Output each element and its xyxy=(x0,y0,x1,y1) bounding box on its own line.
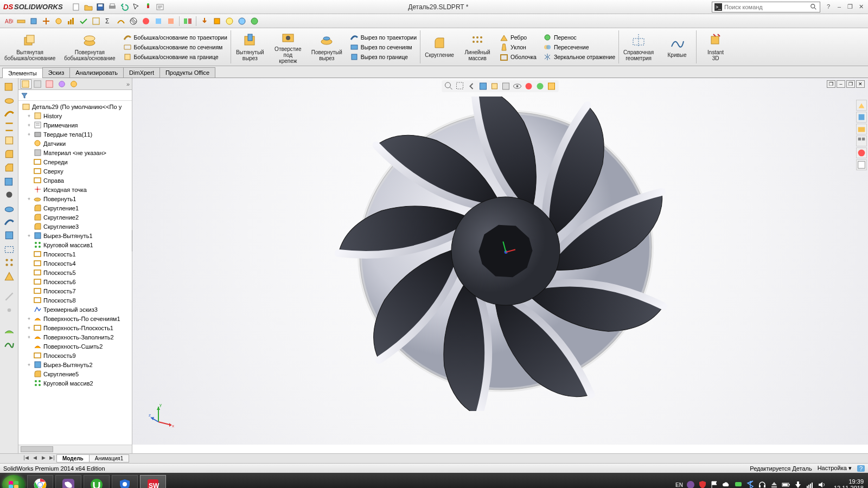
tree-item[interactable]: Исходная точка xyxy=(18,185,132,194)
curves-tool-icon[interactable] xyxy=(3,338,15,350)
boundary-cut-button[interactable]: Вырез по границе xyxy=(350,53,417,61)
tree-item[interactable]: +Вырез-Вытянуть1 xyxy=(18,231,132,240)
expand-icon[interactable]: + xyxy=(26,132,32,137)
linear-pattern-button[interactable]: Линейный массив xyxy=(458,28,496,66)
cutrevolve-icon[interactable] xyxy=(3,202,15,214)
tab-dimxpert[interactable]: DimXpert xyxy=(123,67,160,78)
tree-item[interactable]: Скругление1 xyxy=(18,203,132,213)
tree-item[interactable]: Плоскость7 xyxy=(18,286,132,296)
curves-button[interactable]: Кривые xyxy=(658,28,696,66)
tree-hscroll[interactable] xyxy=(18,445,132,453)
tree-item[interactable]: +Примечания xyxy=(18,120,132,130)
tray-cloud-icon[interactable] xyxy=(722,480,731,488)
expand-icon[interactable]: + xyxy=(26,335,32,340)
revolved-cut-button[interactable]: Повернутый вырез xyxy=(307,28,347,66)
resources-tab-icon[interactable] xyxy=(856,100,867,111)
tray-power-icon[interactable] xyxy=(794,480,802,488)
tray-wifi-icon[interactable] xyxy=(806,480,814,488)
tray-chat-icon[interactable] xyxy=(734,480,743,488)
tab-evaluate[interactable]: Анализировать xyxy=(69,67,124,78)
loft-boss-button[interactable]: Бобышка/основание по сечениям xyxy=(123,43,227,52)
scene-icon[interactable] xyxy=(535,81,545,91)
start-button[interactable] xyxy=(2,475,25,488)
tray-headset-icon[interactable] xyxy=(758,480,767,488)
rib-button[interactable]: Ребро xyxy=(500,33,537,42)
tray-volume-icon[interactable] xyxy=(818,480,826,488)
fillet-tool-icon[interactable] xyxy=(3,148,15,160)
fillet-button[interactable]: Скругление xyxy=(420,28,458,66)
tab-features[interactable]: Элементы xyxy=(2,68,43,78)
view-palette-tab-icon[interactable] xyxy=(856,136,867,146)
tree-item[interactable]: Плоскость4 xyxy=(18,259,132,268)
tree-item[interactable]: Спереди xyxy=(18,157,132,166)
rib-tool-icon[interactable] xyxy=(3,270,15,282)
close-button[interactable]: ✕ xyxy=(856,3,866,11)
view-triad-icon[interactable]: x y z xyxy=(149,401,176,428)
tab-nav-last-icon[interactable]: ▶| xyxy=(48,455,56,463)
display-style-icon[interactable] xyxy=(501,81,511,91)
section-view-icon[interactable] xyxy=(478,81,488,91)
tree-item[interactable]: +Поверхность-Заполнить2 xyxy=(18,332,132,342)
zebra-icon[interactable] xyxy=(128,16,139,27)
tree-item[interactable]: Материал <не указан> xyxy=(18,148,132,157)
surface-tool-icon[interactable] xyxy=(3,325,15,337)
tree-item[interactable]: +Твердые тела(11) xyxy=(18,130,132,139)
tray-shield-icon[interactable] xyxy=(698,480,707,488)
tab-nav-prev-icon[interactable]: ◀ xyxy=(30,455,39,463)
dimxpert-tab-icon[interactable] xyxy=(56,79,67,89)
dfmxpress-icon[interactable] xyxy=(237,16,247,27)
scrollbar-thumb[interactable] xyxy=(21,446,53,452)
compare-icon[interactable] xyxy=(182,16,193,27)
floxpress-icon[interactable] xyxy=(224,16,235,27)
cutloft-icon[interactable] xyxy=(3,229,15,241)
minimize-button[interactable]: – xyxy=(834,3,844,11)
tree-item[interactable]: Трехмерный эскиз3 xyxy=(18,305,132,314)
tab-sketch[interactable]: Эскиз xyxy=(42,67,70,78)
tab-office[interactable]: Продукты Office xyxy=(159,67,215,78)
appearances-tab-icon[interactable] xyxy=(856,147,867,158)
boundary-boss-button[interactable]: Бобышка/основание на границе xyxy=(123,53,227,61)
measure-icon[interactable] xyxy=(16,16,27,27)
mass-props-icon[interactable] xyxy=(28,16,39,27)
status-settings[interactable]: Настройка ▾ xyxy=(818,465,852,472)
tree-item[interactable]: Справа xyxy=(18,176,132,185)
view-orient-icon[interactable] xyxy=(490,81,500,91)
expand-icon[interactable]: + xyxy=(26,123,32,128)
mdi-close-icon[interactable]: ✕ xyxy=(856,80,865,88)
save-icon[interactable] xyxy=(95,2,105,12)
revolve-icon[interactable] xyxy=(3,94,15,106)
expand-icon[interactable]: + xyxy=(26,325,32,331)
tree-item[interactable]: Плоскость1 xyxy=(18,249,132,259)
tray-battery-icon[interactable] xyxy=(782,480,790,488)
zoom-area-icon[interactable] xyxy=(456,81,465,91)
taskbar-utorrent-icon[interactable] xyxy=(84,475,110,488)
sweep-boss-button[interactable]: Бобышка/основание по траектории xyxy=(123,33,227,42)
intersect-button[interactable]: Пересечение xyxy=(543,43,615,52)
revolved-boss-button[interactable]: Повернутая бобышка/основание xyxy=(60,28,119,66)
extruded-cut-button[interactable]: Вытянутый вырез xyxy=(231,28,269,66)
tree-item[interactable]: +Поверхность-Плоскость1 xyxy=(18,323,132,332)
open-file-icon[interactable] xyxy=(84,2,93,12)
reference-geometry-button[interactable]: Справочная геометрия xyxy=(619,28,658,66)
lang-indicator[interactable]: EN xyxy=(675,482,683,488)
tree-item[interactable]: Датчики xyxy=(18,139,132,148)
tab-nav-first-icon[interactable]: |◀ xyxy=(22,455,30,463)
shell-button[interactable]: Оболочка xyxy=(500,53,537,61)
appearance-icon[interactable] xyxy=(524,81,534,91)
draft-button[interactable]: Уклон xyxy=(500,43,537,52)
loft-cut-button[interactable]: Вырез по сечениям xyxy=(350,43,417,52)
status-help-icon[interactable]: ? xyxy=(857,465,865,472)
wrap-button[interactable]: Перенос xyxy=(543,33,615,42)
extrude-icon[interactable] xyxy=(3,80,15,92)
pattern-tool-icon[interactable] xyxy=(3,256,15,268)
properties-tab-icon[interactable] xyxy=(856,159,867,170)
statistics-icon[interactable] xyxy=(66,16,76,27)
view-settings-icon[interactable] xyxy=(547,81,557,91)
tree-item[interactable]: Плоскость8 xyxy=(18,296,132,305)
config-tab-icon[interactable] xyxy=(44,79,55,89)
tree-item[interactable]: Плоскость9 xyxy=(18,351,132,360)
cutextrude-icon[interactable] xyxy=(3,175,15,187)
loft-icon[interactable] xyxy=(3,121,15,133)
tray-eject-icon[interactable] xyxy=(770,480,778,488)
help-icon[interactable]: ? xyxy=(824,3,833,11)
